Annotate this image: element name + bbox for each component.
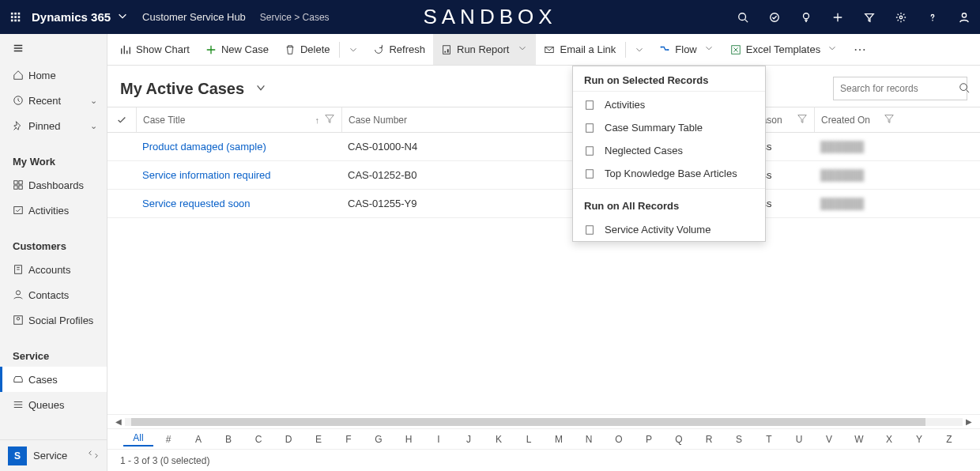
alpha-j[interactable]: J — [454, 434, 484, 445]
nav-cases[interactable]: Cases — [0, 367, 107, 392]
cmd-show-chart[interactable]: Show Chart — [112, 34, 198, 65]
alpha-c[interactable]: C — [243, 434, 273, 445]
nav-recent[interactable]: Recent ⌄ — [0, 88, 107, 113]
nav-collapse-icon[interactable] — [0, 34, 107, 62]
nav-activities[interactable]: Activities — [0, 198, 107, 223]
app-launcher-icon[interactable] — [0, 12, 32, 23]
area-switcher[interactable]: S Service — [0, 439, 107, 471]
alpha-m[interactable]: M — [544, 434, 574, 445]
alpha-x[interactable]: X — [874, 434, 904, 445]
cmd-excel-label: Excel Templates — [746, 43, 820, 55]
assistant-icon[interactable] — [759, 0, 790, 34]
cell-case-title[interactable]: Product damaged (sample) — [136, 141, 341, 153]
table-row[interactable]: Product damaged (sample)CAS-01000-N4Litw… — [107, 133, 980, 161]
alpha-w[interactable]: W — [844, 434, 874, 445]
add-icon[interactable] — [822, 0, 854, 34]
cases-grid: Case Title ↑ Case Number Customer Status… — [107, 107, 980, 218]
menu-item-activities[interactable]: Activities — [573, 93, 765, 116]
cmd-run-report[interactable]: Run Report — [433, 34, 536, 65]
nav-pinned-label: Pinned — [28, 120, 90, 132]
cmd-email-split-chevron[interactable] — [628, 34, 651, 65]
alpha-r[interactable]: R — [694, 434, 724, 445]
alpha-d[interactable]: D — [273, 434, 303, 445]
table-row[interactable]: Service information requiredCAS-01252-B0… — [107, 161, 980, 190]
alpha-o[interactable]: O — [604, 434, 634, 445]
search-icon[interactable] — [727, 0, 759, 34]
alpha-#[interactable]: # — [153, 434, 183, 445]
alpha-all[interactable]: All — [123, 432, 153, 447]
alpha-q[interactable]: Q — [664, 434, 694, 445]
separator — [339, 42, 340, 58]
alpha-y[interactable]: Y — [904, 434, 934, 445]
alpha-h[interactable]: H — [394, 434, 424, 445]
alpha-z[interactable]: Z — [934, 434, 964, 445]
alpha-s[interactable]: S — [724, 434, 754, 445]
alpha-b[interactable]: B — [213, 434, 243, 445]
cmd-new-case[interactable]: New Case — [198, 34, 277, 65]
cmd-refresh[interactable]: Refresh — [365, 34, 433, 65]
menu-item-service-activity[interactable]: Service Activity Volume — [573, 218, 765, 241]
brand-chevron-icon[interactable] — [117, 10, 128, 24]
cmd-email-link[interactable]: Email a Link — [536, 34, 624, 65]
alpha-a[interactable]: A — [183, 434, 213, 445]
col-created-on[interactable]: Created On — [814, 107, 901, 132]
menu-item-summary[interactable]: Case Summary Table — [573, 116, 765, 139]
select-all-checkbox[interactable] — [107, 115, 136, 126]
search-input[interactable] — [840, 83, 959, 94]
breadcrumb-entity[interactable]: Cases — [303, 12, 330, 23]
cell-case-title[interactable]: Service requested soon — [136, 198, 341, 209]
alpha-i[interactable]: I — [424, 434, 454, 445]
alpha-l[interactable]: L — [514, 434, 544, 445]
column-filter-icon[interactable] — [884, 113, 895, 126]
view-selector-chevron-icon[interactable] — [255, 82, 266, 96]
grid-search[interactable] — [833, 77, 967, 100]
hub-name[interactable]: Customer Service Hub — [142, 11, 246, 23]
report-item-icon — [584, 100, 598, 111]
menu-item-neglected[interactable]: Neglected Cases — [573, 139, 765, 162]
nav-accounts[interactable]: Accounts — [0, 257, 107, 282]
nav-queues[interactable]: Queues — [0, 392, 107, 417]
table-row[interactable]: Service requested soonCAS-01255-Y9Humong… — [107, 190, 980, 218]
brand-label[interactable]: Dynamics 365 — [32, 10, 114, 24]
bulb-icon[interactable] — [790, 0, 822, 34]
alpha-t[interactable]: T — [754, 434, 784, 445]
scroll-right-icon[interactable]: ▶ — [963, 417, 975, 426]
view-title[interactable]: My Active Cases — [120, 80, 244, 98]
alpha-f[interactable]: F — [334, 434, 364, 445]
alpha-v[interactable]: V — [814, 434, 844, 445]
cell-case-title[interactable]: Service information required — [136, 169, 341, 181]
user-icon[interactable] — [948, 0, 980, 34]
nav-pinned[interactable]: Pinned ⌄ — [0, 113, 107, 138]
nav-home[interactable]: Home — [0, 62, 107, 88]
alpha-p[interactable]: P — [634, 434, 664, 445]
cmd-excel-templates[interactable]: Excel Templates — [722, 34, 846, 65]
breadcrumb-area[interactable]: Service — [260, 12, 292, 23]
column-filter-icon[interactable] — [797, 113, 808, 126]
menu-item-kb[interactable]: Top Knowledge Base Articles — [573, 162, 765, 185]
alpha-g[interactable]: G — [364, 434, 394, 445]
col-case-number[interactable]: Case Number — [341, 107, 610, 132]
cmd-delete-split-chevron[interactable] — [341, 34, 365, 65]
cmd-flow[interactable]: Flow — [651, 34, 722, 65]
alpha-n[interactable]: N — [574, 434, 604, 445]
record-count: 1 - 3 of 3 (0 selected) — [120, 455, 209, 466]
scroll-track[interactable] — [125, 418, 963, 426]
col-case-title[interactable]: Case Title ↑ — [136, 107, 341, 132]
scroll-thumb[interactable] — [131, 418, 925, 426]
svg-rect-0 — [11, 12, 13, 14]
cmd-delete[interactable]: Delete — [277, 34, 338, 65]
alpha-e[interactable]: E — [303, 434, 334, 445]
horizontal-scrollbar[interactable]: ◀ ▶ — [107, 414, 980, 428]
scroll-left-icon[interactable]: ◀ — [112, 417, 125, 426]
nav-contacts[interactable]: Contacts — [0, 282, 107, 307]
search-icon[interactable] — [959, 82, 970, 96]
nav-social[interactable]: Social Profiles — [0, 307, 107, 333]
column-filter-icon[interactable] — [324, 113, 335, 126]
help-icon[interactable] — [917, 0, 948, 34]
cmd-overflow[interactable]: ⋯ — [846, 34, 876, 65]
alpha-k[interactable]: K — [484, 434, 514, 445]
gear-icon[interactable] — [885, 0, 917, 34]
alpha-u[interactable]: U — [784, 434, 814, 445]
filter-icon[interactable] — [854, 0, 885, 34]
nav-dashboards[interactable]: Dashboards — [0, 172, 107, 198]
